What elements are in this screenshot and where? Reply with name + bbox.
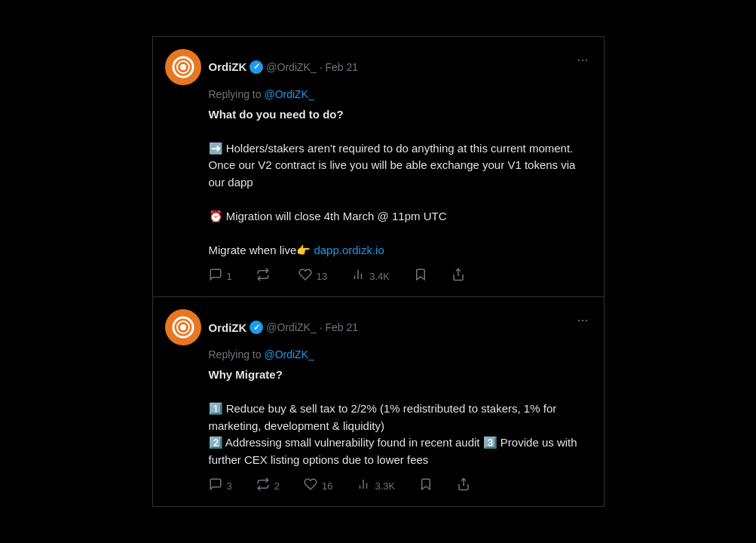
more-options-button[interactable]: ··· <box>574 49 591 71</box>
author-handle: @OrdiZK_ <box>266 61 316 73</box>
like-count: 13 <box>317 271 327 282</box>
tweet-header-left: OrdiZK ✓ @OrdiZK_ · Feb 21 <box>165 49 359 85</box>
bookmark-action[interactable] <box>414 268 427 284</box>
retweet-count: 2 <box>274 480 280 492</box>
retweet-icon <box>256 268 270 284</box>
views-count: 3.4K <box>369 271 390 282</box>
tweet-date: · Feb 21 <box>320 321 358 333</box>
author-handle: @OrdiZK_ <box>266 321 316 333</box>
avatar[interactable] <box>165 49 201 85</box>
svg-point-10 <box>180 324 186 330</box>
share-action[interactable] <box>451 268 465 284</box>
tweet-content: Replying to @OrdiZK_ What do you need to… <box>209 88 592 285</box>
replying-to-link[interactable]: @OrdiZK_ <box>264 88 314 100</box>
tweet-text: Why Migrate?1️⃣ Reduce buy & sell tax to… <box>209 367 592 468</box>
reply-count: 3 <box>227 480 232 492</box>
like-count: 16 <box>322 480 332 492</box>
actions-row: 1 13 <box>209 268 592 284</box>
tweet-header: OrdiZK ✓ @OrdiZK_ · Feb 21 ··· <box>165 309 592 345</box>
reply-count: 1 <box>227 271 232 282</box>
share-icon <box>451 268 465 284</box>
author-name-row: OrdiZK ✓ @OrdiZK_ · Feb 21 <box>209 60 359 74</box>
author-name: OrdiZK <box>209 60 247 73</box>
like-action[interactable]: 16 <box>304 477 332 494</box>
more-options-button[interactable]: ··· <box>574 309 591 331</box>
views-action[interactable]: 3.3K <box>357 477 395 494</box>
replying-to: Replying to @OrdiZK_ <box>209 348 592 360</box>
verified-badge: ✓ <box>249 321 263 334</box>
tweet-header: OrdiZK ✓ @OrdiZK_ · Feb 21 ··· <box>165 49 592 85</box>
views-action[interactable]: 3.4K <box>351 268 390 284</box>
avatar[interactable] <box>165 309 201 345</box>
verified-badge: ✓ <box>249 60 263 74</box>
reply-action[interactable]: 3 <box>209 477 232 494</box>
bookmark-icon <box>419 477 433 494</box>
tweet-date: · Feb 21 <box>320 61 358 73</box>
retweet-action[interactable] <box>256 268 274 284</box>
actions-row: 3 2 16 <box>209 477 592 494</box>
author-name: OrdiZK <box>209 321 247 334</box>
views-icon <box>357 477 370 494</box>
tweet-card-1: OrdiZK ✓ @OrdiZK_ · Feb 21 ··· Replying … <box>152 36 604 298</box>
author-name-row: OrdiZK ✓ @OrdiZK_ · Feb 21 <box>209 321 359 334</box>
views-icon <box>351 268 365 284</box>
share-action[interactable] <box>457 477 470 494</box>
like-action[interactable]: 13 <box>298 268 327 284</box>
views-count: 3.3K <box>375 480 395 492</box>
bookmark-action[interactable] <box>419 477 433 494</box>
author-info: OrdiZK ✓ @OrdiZK_ · Feb 21 <box>209 321 359 334</box>
like-icon <box>304 477 317 494</box>
reply-icon <box>209 477 222 494</box>
tweet-card-2: OrdiZK ✓ @OrdiZK_ · Feb 21 ··· Replying … <box>152 297 604 507</box>
share-icon <box>457 477 470 494</box>
svg-point-2 <box>180 64 186 70</box>
retweet-icon <box>256 477 270 494</box>
reply-action[interactable]: 1 <box>209 268 232 284</box>
feed-container: OrdiZK ✓ @OrdiZK_ · Feb 21 ··· Replying … <box>152 36 604 508</box>
tweet-content: Replying to @OrdiZK_ Why Migrate?1️⃣ Red… <box>209 348 592 494</box>
tweet-header-left: OrdiZK ✓ @OrdiZK_ · Feb 21 <box>165 309 359 345</box>
replying-to: Replying to @OrdiZK_ <box>209 88 592 100</box>
retweet-action[interactable]: 2 <box>256 477 280 494</box>
bookmark-icon <box>414 268 427 284</box>
author-info: OrdiZK ✓ @OrdiZK_ · Feb 21 <box>209 60 359 74</box>
reply-icon <box>209 268 222 284</box>
replying-to-link[interactable]: @OrdiZK_ <box>264 348 314 360</box>
tweet-text: What do you need to do?➡️ Holders/staker… <box>209 106 592 259</box>
like-icon <box>298 268 312 284</box>
